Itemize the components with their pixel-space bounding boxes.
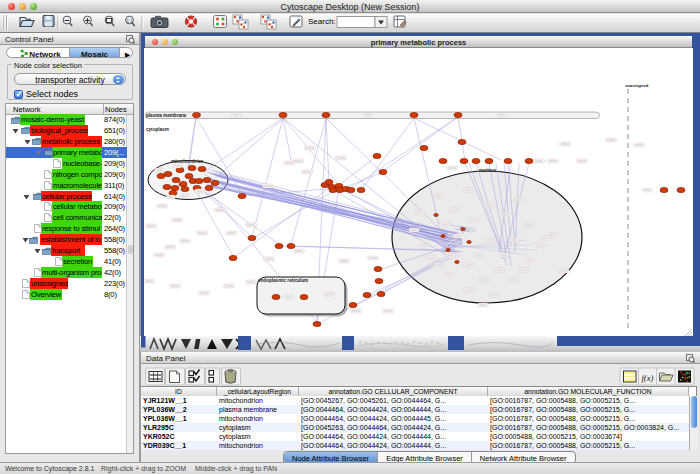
svg-text:unassigned: unassigned (625, 83, 649, 88)
svg-text:Search:: Search: (308, 17, 336, 26)
svg-text:plasma membrane: plasma membrane (146, 113, 187, 118)
svg-text:mitochondrion: mitochondrion (171, 159, 203, 164)
svg-text:nucleus: nucleus (479, 168, 497, 173)
svg-text:cytoplasm: cytoplasm (146, 127, 169, 132)
svg-text:endoplasmic reticulum: endoplasmic reticulum (258, 278, 308, 283)
svg-text:1:1: 1:1 (127, 19, 134, 24)
